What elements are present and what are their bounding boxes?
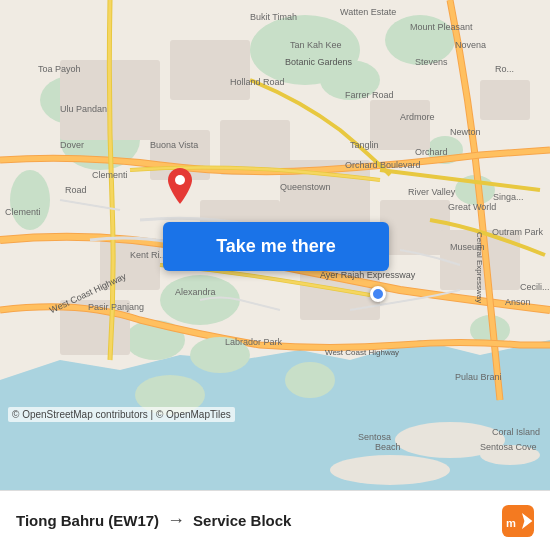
svg-rect-25	[380, 200, 450, 255]
svg-text:Stevens: Stevens	[415, 57, 448, 67]
info-bar: Tiong Bahru (EW17) → Service Block m	[0, 490, 550, 550]
svg-text:Ro...: Ro...	[495, 64, 514, 74]
svg-text:Bukit Timah: Bukit Timah	[250, 12, 297, 22]
svg-text:Pasir Panjang: Pasir Panjang	[88, 302, 144, 312]
svg-text:Dover: Dover	[60, 140, 84, 150]
route-arrow-icon: →	[167, 510, 185, 531]
svg-text:Newton: Newton	[450, 127, 481, 137]
destination-pin	[168, 168, 192, 200]
svg-text:Ardmore: Ardmore	[400, 112, 435, 122]
svg-text:Anson: Anson	[505, 297, 531, 307]
svg-text:Labrador Park: Labrador Park	[225, 337, 283, 347]
svg-text:Singa...: Singa...	[493, 192, 524, 202]
svg-text:Alexandra: Alexandra	[175, 287, 216, 297]
svg-text:Farrer Road: Farrer Road	[345, 90, 394, 100]
svg-point-78	[175, 175, 185, 185]
from-station: Tiong Bahru (EW17)	[16, 512, 159, 529]
svg-point-12	[285, 362, 335, 398]
svg-text:Mount Pleasant: Mount Pleasant	[410, 22, 473, 32]
svg-text:m: m	[506, 517, 516, 529]
svg-text:Kent Ri...: Kent Ri...	[130, 250, 167, 260]
svg-text:Toa Payoh: Toa Payoh	[38, 64, 81, 74]
svg-text:Ulu Pandan: Ulu Pandan	[60, 104, 107, 114]
svg-text:Sentosa: Sentosa	[358, 432, 391, 442]
svg-text:Holland Road: Holland Road	[230, 77, 285, 87]
svg-text:West Coast Highway: West Coast Highway	[325, 348, 399, 357]
svg-text:Buona Vista: Buona Vista	[150, 140, 198, 150]
svg-text:Tanglin: Tanglin	[350, 140, 379, 150]
route-info: Tiong Bahru (EW17) → Service Block	[16, 510, 502, 531]
svg-text:Tan Kah Kee: Tan Kah Kee	[290, 40, 342, 50]
to-station: Service Block	[193, 512, 291, 529]
svg-text:Coral Island: Coral Island	[492, 427, 540, 437]
svg-text:Ayer Rajah Expressway: Ayer Rajah Expressway	[320, 270, 416, 280]
svg-rect-24	[370, 100, 430, 150]
svg-text:Clementi: Clementi	[5, 207, 41, 217]
svg-text:River Valley: River Valley	[408, 187, 456, 197]
svg-text:Central Expressway: Central Expressway	[475, 232, 484, 303]
svg-text:Watten Estate: Watten Estate	[340, 7, 396, 17]
svg-text:Pulau Brani: Pulau Brani	[455, 372, 502, 382]
svg-text:Botanic Gardens: Botanic Gardens	[285, 57, 353, 67]
svg-text:Beach: Beach	[375, 442, 401, 452]
svg-text:Queenstown: Queenstown	[280, 182, 331, 192]
svg-text:Outram Park: Outram Park	[492, 227, 544, 237]
svg-text:Great World: Great World	[448, 202, 496, 212]
svg-rect-19	[170, 40, 250, 100]
svg-point-3	[330, 455, 450, 485]
map-container: Bukit Timah Watten Estate Mount Pleasant…	[0, 0, 550, 490]
moovit-logo-icon: m	[502, 505, 534, 537]
svg-text:Orchard: Orchard	[415, 147, 448, 157]
svg-text:Road: Road	[65, 185, 87, 195]
svg-text:Novena: Novena	[455, 40, 486, 50]
svg-text:Orchard Boulevard: Orchard Boulevard	[345, 160, 421, 170]
svg-point-15	[10, 170, 50, 230]
origin-dot	[370, 286, 386, 302]
svg-rect-27	[480, 80, 530, 120]
svg-text:Cecili...: Cecili...	[520, 282, 550, 292]
take-me-there-button[interactable]: Take me there	[163, 222, 389, 271]
svg-text:Clementi: Clementi	[92, 170, 128, 180]
svg-text:Sentosa Cove: Sentosa Cove	[480, 442, 537, 452]
map-attribution: © OpenStreetMap contributors | © OpenMap…	[8, 407, 235, 422]
moovit-logo: m	[502, 505, 534, 537]
